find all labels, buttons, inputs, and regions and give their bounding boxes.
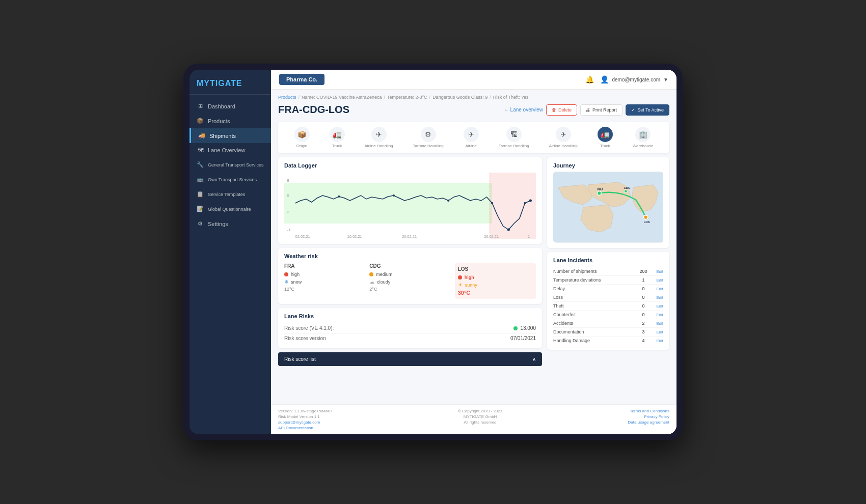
footer-support-link[interactable]: support@mytigate.com <box>278 420 333 425</box>
page-title: FRA-CDG-LOS <box>278 104 349 116</box>
sidebar-item-questionnaire[interactable]: 📝 Global Questionnaire <box>190 202 271 216</box>
sidebar-item-lane-overview[interactable]: 🗺 Lane Overview <box>190 143 271 157</box>
incident-shipments-edit[interactable]: Edit <box>651 269 663 274</box>
app-logo: MYTIGATE <box>197 79 264 88</box>
sidebar-label-questionnaire: Global Questionnaire <box>208 207 251 212</box>
footer-left: Version: 1.1.0v-stage+5d4607 Risk Model … <box>278 409 333 430</box>
svg-text:FRA: FRA <box>597 188 604 191</box>
incident-delay-label: Delay <box>553 286 636 291</box>
incident-counterfeit-edit[interactable]: Edit <box>651 313 663 317</box>
incident-counterfeit-label: Counterfeit <box>553 312 636 317</box>
logo-main: MYTI <box>197 79 218 88</box>
risk-score-list-bar[interactable]: Risk score list ∧ <box>278 352 542 366</box>
risk-score-row: Risk score (VE 4.1.0): 13.000 <box>284 323 536 333</box>
data-logger-title: Data Logger <box>284 162 536 169</box>
fra-title: FRA <box>284 263 365 269</box>
step-airline-handling-2[interactable]: ✈ Airline Handling <box>549 127 578 148</box>
fra-high-dot <box>284 272 288 276</box>
sidebar-navigation: ⊞ Dashboard 📦 Products 🚚 Shipments 🗺 Lan… <box>190 95 271 434</box>
sidebar-item-dashboard[interactable]: ⊞ Dashboard <box>190 99 271 114</box>
sidebar-label-general-transport: General Transport Services <box>208 162 264 167</box>
los-high-label: high <box>465 275 474 280</box>
breadcrumb-name: Name: COVID-19 Vaccine AstraZeneca <box>302 95 382 100</box>
step-tarmac-handling-1[interactable]: ⚙ Tarmac Handling <box>413 127 444 148</box>
step-origin[interactable]: 📦 Origin <box>294 127 310 148</box>
risk-version-value: 07/01/2021 <box>510 335 536 341</box>
fra-snow-icon: ❄ <box>284 279 288 285</box>
right-column: Journey <box>547 157 669 399</box>
notification-bell-icon[interactable]: 🔔 <box>585 75 594 83</box>
sidebar-label-lane-overview: Lane Overview <box>208 147 245 153</box>
print-button[interactable]: 🖨 Print Report <box>580 104 623 116</box>
incident-delay: Delay 0 Edit <box>553 285 663 293</box>
incident-temp-edit[interactable]: Edit <box>651 278 663 283</box>
incident-counterfeit-value: 0 <box>636 312 651 317</box>
lane-overview-link[interactable]: ← Lane overview <box>504 107 543 113</box>
step-truck-2[interactable]: 🚛 Truck <box>598 127 613 148</box>
footer-privacy-link[interactable]: Privacy Policy <box>628 414 669 419</box>
incident-accidents-edit[interactable]: Edit <box>651 321 663 326</box>
step-warehouse[interactable]: 🏢 Warehouse <box>633 127 654 148</box>
svg-point-14 <box>491 202 493 204</box>
sidebar-item-shipments[interactable]: 🚚 Shipments <box>190 128 271 143</box>
footer-right: Terms and Conditions Privacy Policy Data… <box>628 409 669 430</box>
airline-handling1-icon: ✈ <box>371 127 387 142</box>
fra-temp: 12°C <box>284 287 365 292</box>
svg-text:CDG: CDG <box>624 186 630 189</box>
step-truck-1[interactable]: 🚛 Truck <box>330 127 345 148</box>
cdg-temp: 2°C <box>369 287 450 292</box>
los-high-dot <box>458 275 462 279</box>
risk-version-label: Risk score version <box>284 335 326 341</box>
footer-data-usage-link[interactable]: Data usage agreement <box>628 420 669 425</box>
set-active-button[interactable]: ✓ Set To Active <box>626 104 669 116</box>
chart-container: 8 5 2 -1 02.02.21 10.02.21 20.02.21 26.0… <box>284 173 536 239</box>
sidebar-item-products[interactable]: 📦 Products <box>190 114 271 128</box>
two-column-layout: Data Logger 8 5 2 <box>278 157 669 399</box>
incident-theft-edit[interactable]: Edit <box>651 304 663 309</box>
incident-loss: Loss 0 Edit <box>553 293 663 302</box>
lane-risks-card: Lane Risks Risk score (VE 4.1.0): 13.000… <box>278 308 542 348</box>
footer-company: MYTIGATE GmbH <box>458 414 502 419</box>
incidents-table: Number of shipments 200 Edit Temperature… <box>553 267 663 345</box>
breadcrumb-goods: Dangerous Goods Class: 9 <box>432 95 488 100</box>
breadcrumb: Products / Name: COVID-19 Vaccine AstraZ… <box>278 95 669 100</box>
svg-text:26.02.21: 26.02.21 <box>484 234 499 239</box>
step-label-airline-handling1: Airline Handling <box>365 144 393 148</box>
sidebar-label-shipments: Shipments <box>209 133 236 139</box>
incident-documentation-label: Documentation <box>553 329 636 334</box>
delete-button[interactable]: 🗑 Delete <box>546 104 577 116</box>
incident-delay-edit[interactable]: Edit <box>651 287 663 291</box>
company-button[interactable]: Pharma Co. <box>279 74 324 85</box>
footer-api-link[interactable]: API Documentation <box>278 426 333 430</box>
step-label-airline-handling2: Airline Handling <box>549 144 578 148</box>
sidebar-item-service-templates[interactable]: 📋 Service Templates <box>190 187 271 202</box>
user-email: demo@mytigate.com <box>612 77 660 82</box>
sidebar-label-service-templates: Service Templates <box>208 192 245 197</box>
incident-loss-value: 0 <box>636 295 651 300</box>
airline-handling2-icon: ✈ <box>556 127 571 142</box>
incident-loss-edit[interactable]: Edit <box>651 295 663 300</box>
breadcrumb-products[interactable]: Products <box>278 95 296 100</box>
incident-documentation-edit[interactable]: Edit <box>651 330 663 334</box>
breadcrumb-theft: Risk of Theft: Yes <box>493 95 529 100</box>
sidebar-label-settings: Settings <box>208 221 228 227</box>
data-logger-card: Data Logger 8 5 2 <box>278 157 542 244</box>
risk-score-label: Risk score (VE 4.1.0): <box>284 325 334 331</box>
svg-point-21 <box>624 190 627 193</box>
weather-risk-title: Weather risk <box>284 253 536 259</box>
user-menu[interactable]: 👤 demo@mytigate.com ▼ <box>600 75 668 83</box>
logo-highlight: GATE <box>218 79 242 88</box>
step-tarmac-handling-2[interactable]: 🏗 Tarmac Handling <box>499 127 529 148</box>
incident-accidents: Accidents 2 Edit <box>553 319 663 328</box>
step-airline[interactable]: ✈ Airline <box>464 127 479 148</box>
sidebar-item-own-transport[interactable]: 🚌 Own Transport Services <box>190 172 271 187</box>
sidebar-item-settings[interactable]: ⚙ Settings <box>190 216 271 231</box>
footer-terms-link[interactable]: Terms and Conditions <box>628 409 669 413</box>
lane-incidents-title: Lane Incidents <box>553 257 663 263</box>
weather-risk-card: Weather risk FRA high <box>278 248 542 304</box>
step-label-tarmac2: Tarmac Handling <box>499 144 529 148</box>
incident-handling-edit[interactable]: Edit <box>651 339 663 343</box>
sidebar-item-general-transport[interactable]: 🔧 General Transport Services <box>190 157 271 172</box>
tablet-inner: MYTIGATE ⊞ Dashboard 📦 Products 🚚 Shipme… <box>190 70 676 434</box>
step-airline-handling-1[interactable]: ✈ Airline Handling <box>365 127 393 148</box>
